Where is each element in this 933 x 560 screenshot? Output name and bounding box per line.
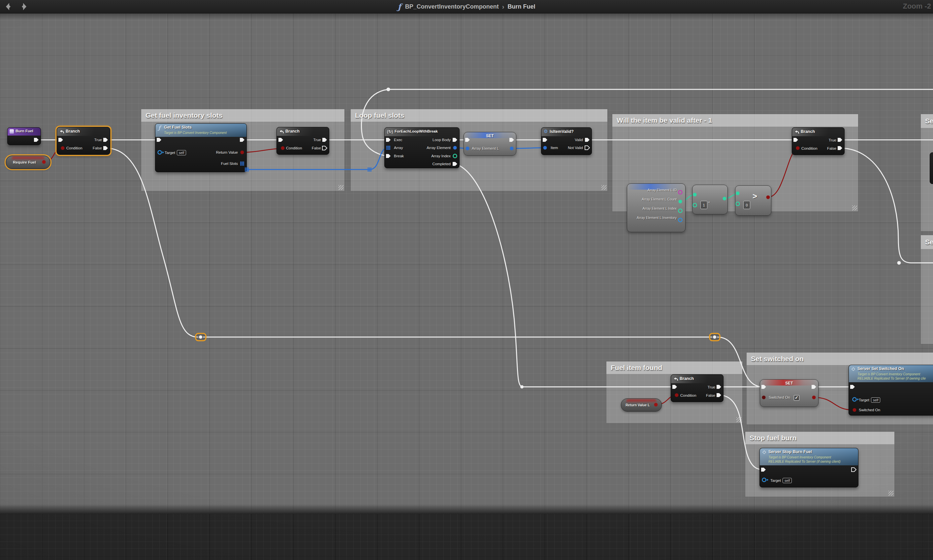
branch-icon [794,130,799,134]
rpc-diamond-icon: ◇ [762,449,766,454]
pin-label-false: False [827,146,836,151]
pin-label-target: Target [770,478,781,483]
comment-title: Stop fuel burn [745,434,801,442]
pin-label-false: False [706,394,715,397]
rpc-diamond-icon: ◇ [851,366,855,371]
pin-label-true: True [94,138,102,142]
pin-label-exec: Exec [394,138,402,142]
breadcrumb-leaf[interactable]: Burn Fuel [508,3,536,10]
pin-label-array-element-l: Array Element L [472,146,499,151]
node-title: SET [760,381,818,386]
pin-label-inventory: Array Element L Inventory [637,216,677,220]
node-isitemvalid[interactable]: ⚙ IsItemValid? Item Valid Not Valid [541,127,592,155]
node-branch-2[interactable]: Branch Condition True False [277,127,329,155]
node-subtitle: Target is BP Convert Inventory Component [768,455,831,459]
node-get-return-value-l[interactable]: Return Value L [621,398,662,412]
branch-icon [673,377,678,381]
greater-operator: > [753,192,757,201]
node-subtitle: Target is BP Convert Inventory Component [858,372,920,376]
node-branch-4[interactable]: Branch Condition True False [671,374,724,402]
self-context-box[interactable]: self [871,397,880,403]
breadcrumb-root[interactable]: BP_ConvertInventoryComponent [405,3,499,10]
comment-title: Set [921,117,933,125]
node-subtitle-2: RELIABLE Replicated To Server (if owning… [858,377,926,380]
self-context-box[interactable]: self [782,478,792,483]
pin-label-id: Array Element L ID [648,188,677,192]
node-title: Server Set Switched On [858,366,904,371]
node-server-set-switched-on[interactable]: ◇ Server Set Switched On Target is BP Co… [848,365,933,415]
pin-label-target: Target [859,398,869,402]
node-subtitle: Target is BP Convert Inventory Component [164,131,227,135]
pin-label-switched-on: Switched On [769,395,790,399]
node-array-element-members[interactable]: Array Element L ID Array Element L Count… [627,183,685,232]
pin-label-false: False [93,146,102,150]
node-title: Branch [66,129,80,134]
chevron-right-icon: › [502,3,505,11]
node-title: IsItemValid? [550,129,574,134]
pin-label-break: Break [394,154,404,158]
comment-title: Set [921,238,933,246]
pin-label-true: True [829,138,836,142]
pin-label-not-valid: Not Valid [568,146,583,150]
node-branch-3[interactable]: Branch Condition True False [792,127,845,155]
node-title: Get Fuel Slots [164,125,192,129]
greater-operand-box[interactable]: 0 [743,201,750,209]
node-get-fuel-slots[interactable]: ƒ Get Fuel Slots Target is BP Convert In… [155,123,247,172]
node-branch-1[interactable]: Branch Condition True False [57,127,110,155]
pin-label-false: False [312,146,321,150]
clipped-node[interactable] [930,152,933,184]
loop-icon: (↻) [387,129,393,134]
pin-label-loop-body: Loop Body [433,138,451,142]
pin-label-condition: Condition [680,394,696,397]
pin-label-completed: Completed [432,162,451,166]
comment-title: Set switched on [747,355,808,363]
pin-label-array-element: Array Element [426,146,451,150]
bottom-dark-band [0,514,933,560]
pin-label-target: Target [165,151,175,155]
gear-icon: ⚙ [544,129,548,134]
node-int-subtract[interactable]: 1 - [692,185,728,214]
node-set-array-element[interactable]: SET Array Element L [463,132,516,156]
node-int-greater[interactable]: 0 > [735,185,771,216]
node-title: SET [464,134,516,138]
variable-label: Require Fuel [6,156,43,169]
node-get-require-fuel[interactable]: Require Fuel [6,156,50,169]
node-foreachloopwithbreak[interactable]: (↻) ForEachLoopWithBreak Exec Array Brea… [384,127,460,168]
pin-label-true: True [708,385,715,389]
function-icon: ƒ [159,125,160,131]
switched-on-checkbox[interactable]: ✓ [794,395,799,401]
function-icon: ƒ [397,2,401,12]
node-set-switched-on[interactable]: SET Switched On ✓ [760,379,819,407]
node-title: Server Stop Burn Fuel [768,449,812,454]
pin-label-return-value: Return Value [216,151,238,154]
pin-label-fuel-slots: Fuel Slots [221,162,238,166]
node-title: Burn Fuel [15,129,33,133]
event-icon [9,129,14,134]
toolbar: ƒ BP_ConvertInventoryComponent › Burn Fu… [0,0,933,14]
variable-label: Return Value L [621,399,654,411]
comment-right-bottom-clipped[interactable]: Set [921,235,933,344]
pin-label-true: True [313,138,321,142]
pin-label-condition: Condition [801,146,818,151]
node-title: ForEachLoopWithBreak [394,129,438,133]
branch-icon [59,129,64,134]
breadcrumb: ƒ BP_ConvertInventoryComponent › Burn Fu… [0,0,933,13]
pin-label-array: Array [394,146,403,150]
pin-label-condition: Condition [66,146,83,150]
comment-title: Fuel item found [607,364,667,372]
subtract-operator: - [708,200,710,205]
subtract-operand-box[interactable]: 1 [701,201,707,209]
comment-title: Will the item be valid after - 1 [612,117,716,124]
node-title: Branch [680,376,694,381]
node-title: Branch [285,129,300,134]
pin-label-switched-on: Switched On [859,408,880,412]
node-title: Branch [801,129,815,134]
branch-icon [279,129,284,134]
pin-label-index: Array Element L Index [643,206,677,211]
node-subtitle-2: RELIABLE Replicated To Server (if owning… [768,460,841,463]
self-context-box[interactable]: self [177,150,186,155]
node-server-stop-burn-fuel[interactable]: ◇ Server Stop Burn Fuel Target is BP Con… [759,448,858,488]
node-burn-fuel-event[interactable]: Burn Fuel [7,127,41,145]
comment-title: Loop fuel slots [351,111,408,119]
pin-label-item: Item [551,146,558,150]
